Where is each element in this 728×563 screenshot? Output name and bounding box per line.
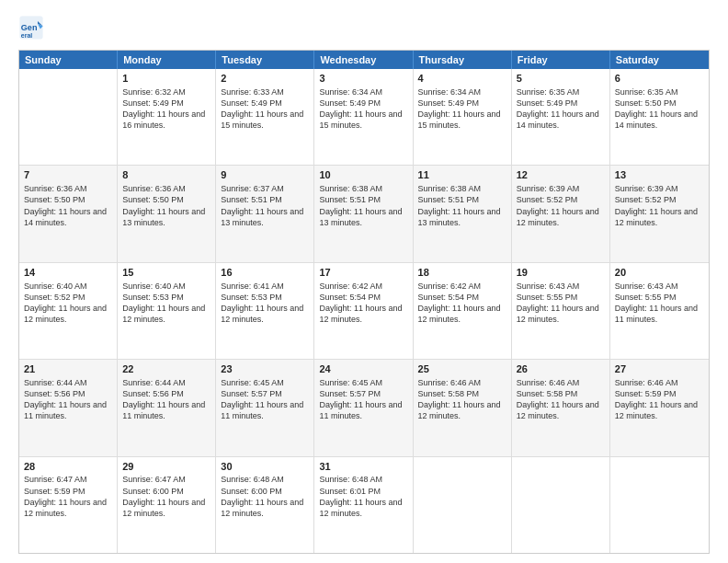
sunset-text: Sunset: 5:50 PM [24,195,85,204]
day-number: 12 [517,168,605,182]
svg-text:Gen: Gen [21,23,38,32]
sunrise-text: Sunrise: 6:43 AM [517,282,580,291]
daylight-text: Daylight: 11 hours and 14 minutes. [24,207,107,227]
sunrise-text: Sunrise: 6:48 AM [221,475,284,484]
day-number: 8 [122,168,210,182]
daylight-text: Daylight: 11 hours and 11 minutes. [24,400,107,420]
sunrise-text: Sunrise: 6:46 AM [517,378,580,387]
sunrise-text: Sunrise: 6:48 AM [319,475,382,484]
day-number: 18 [418,266,506,280]
sunrise-text: Sunrise: 6:47 AM [24,475,87,484]
day-number: 28 [24,460,112,474]
daylight-text: Daylight: 11 hours and 12 minutes. [418,400,501,420]
calendar-cell: 6Sunrise: 6:35 AMSunset: 5:50 PMDaylight… [610,69,709,165]
calendar-cell: 3Sunrise: 6:34 AMSunset: 5:49 PMDaylight… [314,69,413,165]
calendar-cell: 22Sunrise: 6:44 AMSunset: 5:56 PMDayligh… [118,360,216,455]
sunrise-text: Sunrise: 6:40 AM [24,282,87,291]
sunrise-text: Sunrise: 6:38 AM [418,184,482,193]
sunrise-text: Sunrise: 6:39 AM [517,184,580,193]
sunrise-text: Sunrise: 6:45 AM [221,378,284,387]
calendar-cell: 30Sunrise: 6:48 AMSunset: 6:00 PMDayligh… [216,457,314,553]
day-number: 23 [221,362,309,376]
sunset-text: Sunset: 5:57 PM [319,389,381,398]
calendar: SundayMondayTuesdayWednesdayThursdayFrid… [18,50,710,554]
calendar-body: 1Sunrise: 6:32 AMSunset: 5:49 PMDaylight… [19,69,709,553]
day-number: 16 [221,266,309,280]
day-number: 11 [418,168,506,182]
calendar-cell: 5Sunrise: 6:35 AMSunset: 5:49 PMDaylight… [512,69,610,165]
sunrise-text: Sunrise: 6:40 AM [122,282,186,291]
day-number: 27 [615,362,704,376]
calendar-cell: 11Sunrise: 6:38 AMSunset: 5:51 PMDayligh… [414,166,512,261]
day-number: 2 [221,72,309,86]
sunset-text: Sunset: 5:51 PM [319,195,381,204]
sunrise-text: Sunrise: 6:36 AM [24,184,87,193]
calendar-cell: 29Sunrise: 6:47 AMSunset: 6:00 PMDayligh… [118,457,216,553]
calendar-cell: 12Sunrise: 6:39 AMSunset: 5:52 PMDayligh… [512,166,610,261]
calendar-cell: 7Sunrise: 6:36 AMSunset: 5:50 PMDaylight… [19,166,118,261]
header-day-monday: Monday [118,51,216,69]
day-number: 14 [24,266,112,280]
calendar-row-1: 7Sunrise: 6:36 AMSunset: 5:50 PMDaylight… [19,165,709,261]
daylight-text: Daylight: 11 hours and 12 minutes. [517,304,599,324]
calendar-cell: 17Sunrise: 6:42 AMSunset: 5:54 PMDayligh… [314,263,413,359]
header-day-thursday: Thursday [414,51,512,69]
calendar-cell: 21Sunrise: 6:44 AMSunset: 5:56 PMDayligh… [19,360,118,455]
calendar-cell: 9Sunrise: 6:37 AMSunset: 5:51 PMDaylight… [216,166,314,261]
calendar-row-2: 14Sunrise: 6:40 AMSunset: 5:52 PMDayligh… [19,262,709,359]
day-number: 7 [24,168,112,182]
daylight-text: Daylight: 11 hours and 11 minutes. [221,400,303,420]
calendar-cell: 19Sunrise: 6:43 AMSunset: 5:55 PMDayligh… [512,263,610,359]
day-number: 13 [615,168,704,182]
sunrise-text: Sunrise: 6:33 AM [221,87,284,97]
sunset-text: Sunset: 5:59 PM [24,487,85,496]
sunset-text: Sunset: 5:55 PM [615,293,677,302]
sunset-text: Sunset: 5:49 PM [517,98,578,108]
sunrise-text: Sunrise: 6:44 AM [24,378,87,387]
calendar-cell: 15Sunrise: 6:40 AMSunset: 5:53 PMDayligh… [118,263,216,359]
daylight-text: Daylight: 11 hours and 16 minutes. [122,109,205,130]
sunrise-text: Sunrise: 6:35 AM [517,87,580,97]
sunrise-text: Sunrise: 6:35 AM [615,87,678,97]
sunrise-text: Sunrise: 6:34 AM [418,87,482,97]
sunrise-text: Sunrise: 6:42 AM [418,282,482,291]
calendar-cell [512,457,610,553]
header-day-wednesday: Wednesday [314,51,413,69]
daylight-text: Daylight: 11 hours and 12 minutes. [517,207,599,227]
sunset-text: Sunset: 5:53 PM [122,293,184,302]
daylight-text: Daylight: 11 hours and 12 minutes. [221,304,303,324]
sunrise-text: Sunrise: 6:46 AM [615,378,678,387]
sunset-text: Sunset: 5:57 PM [221,389,282,398]
day-number: 17 [319,266,407,280]
daylight-text: Daylight: 11 hours and 14 minutes. [615,109,698,130]
sunset-text: Sunset: 5:52 PM [615,195,677,204]
day-number: 15 [122,266,210,280]
sunset-text: Sunset: 5:50 PM [615,98,677,108]
sunset-text: Sunset: 5:56 PM [122,389,184,398]
calendar-cell: 1Sunrise: 6:32 AMSunset: 5:49 PMDaylight… [118,69,216,165]
header-day-friday: Friday [512,51,610,69]
calendar-cell: 28Sunrise: 6:47 AMSunset: 5:59 PMDayligh… [19,457,118,553]
logo-icon: Gen eral [18,15,44,40]
calendar-header: SundayMondayTuesdayWednesdayThursdayFrid… [19,51,709,69]
sunrise-text: Sunrise: 6:39 AM [615,184,678,193]
daylight-text: Daylight: 11 hours and 12 minutes. [122,498,205,518]
sunrise-text: Sunrise: 6:32 AM [122,87,186,97]
calendar-cell: 27Sunrise: 6:46 AMSunset: 5:59 PMDayligh… [610,360,709,455]
daylight-text: Daylight: 11 hours and 13 minutes. [122,207,205,227]
calendar-cell: 18Sunrise: 6:42 AMSunset: 5:54 PMDayligh… [414,263,512,359]
daylight-text: Daylight: 11 hours and 12 minutes. [319,304,402,324]
calendar-cell: 26Sunrise: 6:46 AMSunset: 5:58 PMDayligh… [512,360,610,455]
logo: Gen eral [18,15,48,40]
calendar-cell [610,457,709,553]
calendar-cell: 14Sunrise: 6:40 AMSunset: 5:52 PMDayligh… [19,263,118,359]
sunset-text: Sunset: 5:50 PM [122,195,184,204]
sunset-text: Sunset: 5:49 PM [418,98,480,108]
daylight-text: Daylight: 11 hours and 12 minutes. [221,498,303,518]
sunset-text: Sunset: 5:58 PM [418,389,480,398]
sunset-text: Sunset: 5:51 PM [221,195,282,204]
day-number: 5 [517,72,605,86]
calendar-row-0: 1Sunrise: 6:32 AMSunset: 5:49 PMDaylight… [19,69,709,165]
daylight-text: Daylight: 11 hours and 11 minutes. [319,400,402,420]
day-number: 29 [122,460,210,474]
